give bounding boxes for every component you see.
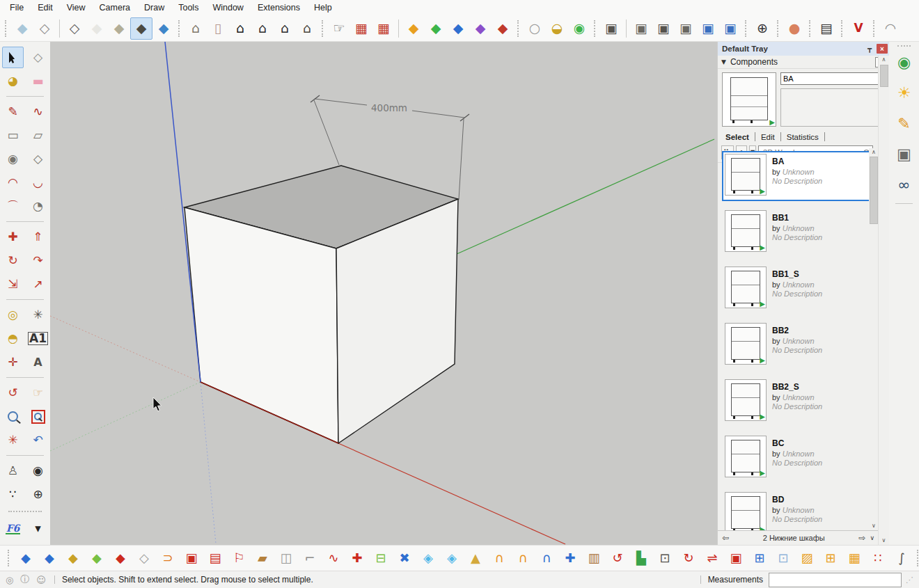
polyline-icon[interactable]: ∫ [890, 547, 913, 569]
nav-collapse-icon[interactable]: ∨ [870, 535, 874, 541]
previous-view-tool[interactable]: ↶ [27, 429, 49, 451]
utilities-compass-icon[interactable]: ⊕ [751, 17, 773, 40]
shaded-with-textures-icon[interactable]: ◆ [130, 17, 152, 40]
cabinet-box-icon[interactable]: ▯ [207, 17, 229, 40]
dimension-tool[interactable]: ✳ [27, 304, 49, 326]
component-item-BC[interactable]: ▶BCby UnknownNo Description [722, 433, 879, 483]
house-outline-icon[interactable]: ⌂ [274, 17, 296, 40]
toolbar-grip[interactable] [517, 20, 520, 37]
component-thumbnail[interactable]: ▶ [725, 210, 767, 252]
skin-green-icon[interactable]: ◆ [425, 17, 447, 40]
toolbar-grip[interactable] [745, 20, 748, 37]
follow-me-tool[interactable]: ↷ [27, 250, 49, 271]
animation-clapper-icon[interactable]: ▤ [815, 17, 838, 40]
menu-item-edit[interactable]: Edit [31, 1, 60, 15]
sketch-style-icon[interactable]: ✎ [892, 111, 917, 136]
f6-dropdown-icon[interactable]: ▾ [27, 518, 49, 539]
artisan-rock-icon[interactable]: ● [783, 17, 806, 40]
component-thumbnail[interactable]: ▶ [725, 379, 767, 421]
circle-tool[interactable]: ◉ [2, 148, 24, 170]
axes-tool[interactable]: ✛ [2, 351, 24, 373]
component-item-BA[interactable]: ▶BAby UnknownNo Description [722, 151, 874, 201]
surface-smooth-icon[interactable]: ◆ [38, 547, 61, 569]
scroll-thumb[interactable] [870, 157, 878, 224]
panel-diagonal-icon[interactable]: ▨ [796, 547, 818, 569]
tab-edit[interactable]: Edit [757, 132, 778, 143]
two-point-arc-tool[interactable]: ◡ [27, 172, 49, 193]
intersect-icon[interactable]: ▣ [630, 17, 652, 40]
measurements-input[interactable] [769, 573, 902, 587]
union-icon[interactable]: ▣ [652, 17, 675, 40]
drape-icon[interactable]: ◒ [546, 17, 568, 40]
split-icon[interactable]: ▣ [719, 17, 741, 40]
outer-shell-icon[interactable]: ▣ [600, 17, 622, 40]
curve-hook-icon[interactable]: ∩ [488, 547, 510, 569]
surface-numbered-icon[interactable]: ◆ [15, 547, 37, 569]
framed-cube-icon[interactable]: ▣ [725, 547, 747, 569]
toolbar-grip[interactable] [841, 20, 844, 37]
eraser-tool[interactable]: ▬ [27, 70, 49, 92]
pan-tool[interactable]: ☞ [27, 382, 49, 404]
trim-icon[interactable]: ▣ [697, 17, 719, 40]
cube-set-icon[interactable]: ⊞ [748, 547, 771, 569]
rectangle-tool[interactable]: ▭ [2, 125, 24, 146]
red-panel-icon[interactable]: ▤ [204, 547, 226, 569]
vray-icon[interactable]: V [847, 17, 870, 40]
tray-scroll-up-icon[interactable]: ∧ [882, 56, 886, 64]
line-tool[interactable]: ✎ [2, 101, 24, 122]
scroll-down-icon[interactable]: ∨ [872, 522, 876, 530]
look-around-tool[interactable]: ◉ [27, 460, 49, 482]
components-section-header[interactable]: ▼ Components × [718, 56, 889, 69]
wood-strip-icon[interactable]: ▰ [251, 547, 274, 569]
xray-icon[interactable]: ◆ [11, 17, 33, 40]
waterdrop-numbered-icon[interactable]: ◈ [441, 547, 463, 569]
shadow-sun-icon[interactable]: ☀ [892, 81, 917, 106]
soap-bubble-icon[interactable]: ◉ [568, 17, 590, 40]
surface-green-icon[interactable]: ◆ [86, 547, 108, 569]
tray-scroll-thumb[interactable] [880, 65, 888, 87]
make-component-tool[interactable]: ◇ [27, 47, 49, 68]
skin-orange-icon[interactable]: ◆ [402, 17, 425, 40]
red-corner-icon[interactable]: ▣ [180, 547, 203, 569]
skin-reverse-icon[interactable]: ◆ [492, 17, 514, 40]
toolbar-grip[interactable] [897, 45, 911, 47]
collapse-triangle-icon[interactable]: ▼ [721, 59, 726, 65]
waterdrop-icon[interactable]: ◈ [417, 547, 439, 569]
tray-scroll-down-icon[interactable]: ∨ [882, 537, 886, 545]
menu-item-file[interactable]: File [3, 1, 31, 15]
component-thumbnail[interactable]: ▶ [725, 267, 767, 308]
monochrome-icon[interactable]: ◆ [152, 17, 175, 40]
curve-hook-x-icon[interactable]: ∩ [512, 547, 534, 569]
panel-grid-icon[interactable]: ▦ [843, 547, 865, 569]
pie-tool[interactable]: ◔ [27, 196, 49, 217]
three-point-arc-tool[interactable]: ⌒ [2, 196, 24, 217]
toolbar-grip[interactable] [873, 20, 876, 37]
component-thumbnail[interactable]: ▶ [725, 154, 767, 196]
surface-grid-icon[interactable]: ◇ [133, 547, 155, 569]
viewport-canvas[interactable]: 400mm [50, 42, 717, 545]
component-item-BD[interactable]: ▶BDby UnknownNo Description [722, 489, 879, 530]
menu-item-window[interactable]: Window [205, 1, 250, 15]
shaded-icon[interactable]: ◆ [108, 17, 130, 40]
flag-icon[interactable]: ⚐ [228, 547, 250, 569]
nav-next-icon[interactable]: ⇨ [858, 534, 865, 542]
house-chimney-icon[interactable]: ⌂ [251, 17, 274, 40]
render-engine-icon[interactable]: ◉ [892, 50, 917, 75]
3d-text-tool[interactable]: A [27, 351, 49, 373]
toolbar-grip[interactable] [777, 20, 780, 37]
crate-flag-icon[interactable]: ▥ [583, 547, 605, 569]
paint-bucket-tool[interactable]: ◕ [2, 70, 24, 92]
tab-select[interactable]: Select [722, 132, 753, 143]
cube-flip-icon[interactable]: ⇌ [701, 547, 723, 569]
projector-icon[interactable]: ▣ [892, 142, 917, 167]
tab-statistics[interactable]: Statistics [783, 132, 822, 143]
select-tool[interactable] [2, 47, 24, 68]
toolbar-grip[interactable] [178, 20, 181, 37]
component-report-icon[interactable]: ▦ [372, 17, 395, 40]
toolbar-grip[interactable] [8, 511, 42, 512]
component-item-BB2[interactable]: ▶BB2by UnknownNo Description [722, 320, 879, 370]
move-all-icon[interactable]: ✚ [559, 547, 581, 569]
green-blocks-icon[interactable]: ▙ [630, 547, 652, 569]
offset-tool[interactable]: ↗ [27, 273, 49, 295]
curve-dashed-icon[interactable]: ∩ [535, 547, 558, 569]
